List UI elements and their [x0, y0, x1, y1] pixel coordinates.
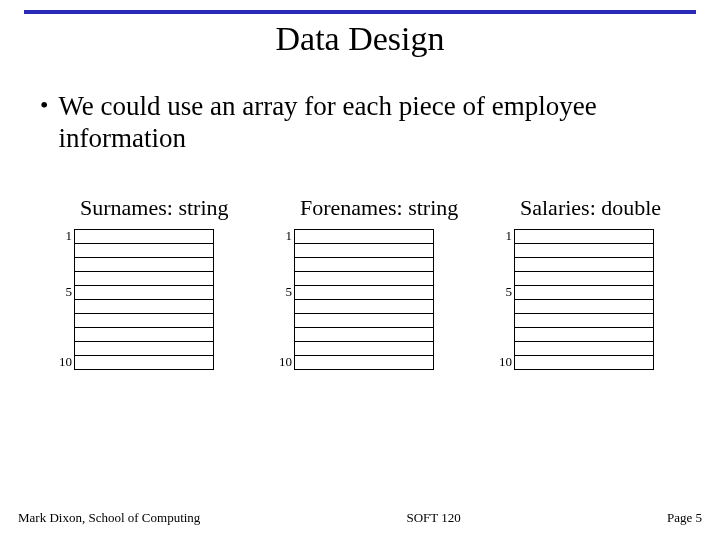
grid-cell [75, 314, 214, 328]
array-label: Forenames: string [270, 195, 470, 221]
index-cell: 5 [270, 285, 294, 299]
array-label: Surnames: string [50, 195, 250, 221]
page-title: Data Design [0, 20, 720, 58]
grid-col [294, 229, 434, 370]
bullet-dot: • [40, 90, 48, 120]
bullet-text: We could use an array for each piece of … [58, 90, 680, 154]
grid-cell [75, 300, 214, 314]
footer-left: Mark Dixon, School of Computing [18, 510, 200, 526]
index-cell [50, 257, 74, 271]
grid-cell [515, 244, 654, 258]
array-body: 1 5 10 [50, 229, 250, 370]
grid-cell [295, 328, 434, 342]
index-cell [490, 271, 514, 285]
index-cell [270, 327, 294, 341]
index-cell [490, 341, 514, 355]
grid-cell [295, 314, 434, 328]
index-cell [490, 299, 514, 313]
index-cell: 10 [50, 355, 74, 369]
grid-col [514, 229, 654, 370]
array-label: Salaries: double [490, 195, 690, 221]
grid-cell [75, 230, 214, 244]
index-cell [50, 271, 74, 285]
bullet-list: • We could use an array for each piece o… [40, 90, 680, 154]
index-cell [270, 313, 294, 327]
index-col: 1 5 10 [490, 229, 514, 370]
array-body: 1 5 10 [490, 229, 690, 370]
index-cell: 5 [490, 285, 514, 299]
grid-cell [515, 356, 654, 370]
index-cell: 5 [50, 285, 74, 299]
grid-cell [75, 272, 214, 286]
index-cell [490, 313, 514, 327]
grid-cell [515, 258, 654, 272]
grid-cell [295, 300, 434, 314]
grid-cell [515, 286, 654, 300]
top-rule [24, 10, 696, 14]
index-cell: 1 [270, 229, 294, 243]
index-cell [50, 313, 74, 327]
grid-cell [75, 328, 214, 342]
grid-cell [295, 230, 434, 244]
index-cell [270, 257, 294, 271]
index-cell [270, 299, 294, 313]
grid-cell [75, 244, 214, 258]
array-surnames: Surnames: string 1 5 10 [50, 195, 250, 370]
grid-cell [295, 342, 434, 356]
index-col: 1 5 10 [50, 229, 74, 370]
grid-cell [295, 244, 434, 258]
bullet-item: • We could use an array for each piece o… [40, 90, 680, 154]
index-cell [50, 299, 74, 313]
index-cell [50, 327, 74, 341]
grid-cell [295, 258, 434, 272]
grid-cell [75, 356, 214, 370]
grid-cell [75, 258, 214, 272]
index-cell [50, 243, 74, 257]
array-forenames: Forenames: string 1 5 10 [270, 195, 470, 370]
grid-col [74, 229, 214, 370]
grid-cell [515, 230, 654, 244]
index-cell [490, 257, 514, 271]
grid-cell [295, 356, 434, 370]
array-salaries: Salaries: double 1 5 10 [490, 195, 690, 370]
grid-cell [515, 342, 654, 356]
grid-cell [515, 314, 654, 328]
index-cell [270, 243, 294, 257]
index-cell [270, 341, 294, 355]
index-cell [490, 243, 514, 257]
grid-cell [515, 272, 654, 286]
footer-center: SOFT 120 [407, 510, 461, 526]
index-cell: 10 [270, 355, 294, 369]
grid-cell [295, 272, 434, 286]
index-cell [490, 327, 514, 341]
index-cell: 10 [490, 355, 514, 369]
footer-right: Page 5 [667, 510, 702, 526]
grid-cell [515, 300, 654, 314]
index-cell [50, 341, 74, 355]
index-cell: 1 [50, 229, 74, 243]
grid-cell [75, 286, 214, 300]
index-cell [270, 271, 294, 285]
footer: Mark Dixon, School of Computing SOFT 120… [18, 510, 702, 526]
grid-cell [75, 342, 214, 356]
array-body: 1 5 10 [270, 229, 470, 370]
grid-cell [515, 328, 654, 342]
grid-cell [295, 286, 434, 300]
index-cell: 1 [490, 229, 514, 243]
arrays-row: Surnames: string 1 5 10 [50, 195, 690, 370]
index-col: 1 5 10 [270, 229, 294, 370]
